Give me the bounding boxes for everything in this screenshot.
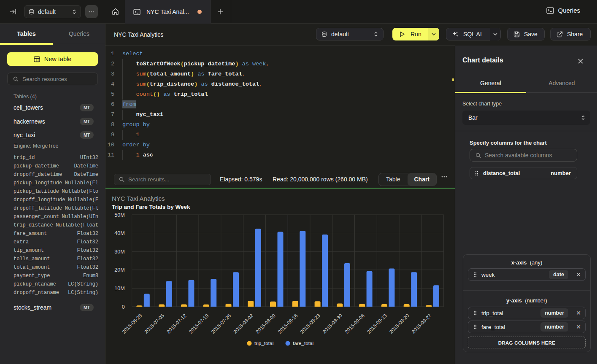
svg-text:40M: 40M xyxy=(114,230,124,236)
svg-text:30M: 30M xyxy=(114,249,124,255)
svg-text:2015-09-20: 2015-09-20 xyxy=(388,313,411,335)
svg-text:2015-09-06: 2015-09-06 xyxy=(343,313,366,335)
svg-text:50M: 50M xyxy=(114,212,124,218)
svg-text:2015-08-23: 2015-08-23 xyxy=(299,313,321,335)
svg-text:20M: 20M xyxy=(114,267,124,273)
svg-text:10M: 10M xyxy=(114,286,124,291)
svg-text:2015-09-27: 2015-09-27 xyxy=(411,313,433,335)
svg-text:fare_total: fare_total xyxy=(293,340,313,346)
svg-text:trip_total: trip_total xyxy=(254,340,273,346)
svg-text:2015-08-02: 2015-08-02 xyxy=(232,313,255,335)
svg-text:0: 0 xyxy=(122,304,125,310)
svg-text:2015-06-28: 2015-06-28 xyxy=(121,313,143,335)
svg-text:2015-08-09: 2015-08-09 xyxy=(254,313,277,335)
svg-text:2015-07-26: 2015-07-26 xyxy=(210,313,232,335)
svg-text:2015-08-16: 2015-08-16 xyxy=(277,313,299,335)
svg-text:2015-08-30: 2015-08-30 xyxy=(321,313,344,335)
svg-text:2015-07-05: 2015-07-05 xyxy=(143,313,165,335)
svg-text:2015-09-13: 2015-09-13 xyxy=(366,313,388,335)
svg-text:2015-07-19: 2015-07-19 xyxy=(188,313,210,335)
svg-text:2015-07-12: 2015-07-12 xyxy=(165,313,188,335)
